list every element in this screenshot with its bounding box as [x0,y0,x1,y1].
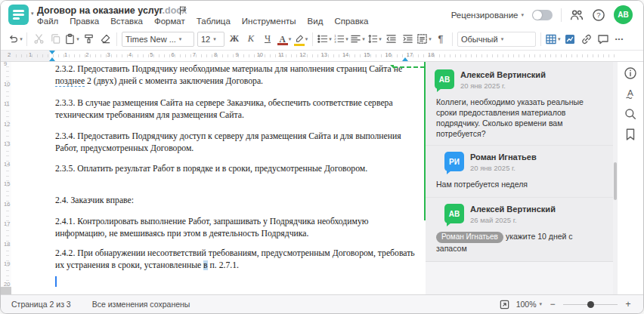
paragraph-style-select[interactable]: Обычный▾ [457,32,536,47]
comment-anchor-line [393,66,425,68]
info-panel-icon[interactable] [624,66,637,80]
document-page[interactable]: 2.3.2. Предоставить Подрядчику необходим… [11,62,424,297]
ruler-label: 15 [4,180,10,187]
paragraph-2-4-2: 2.4.2. При обнаружении несоответствий тр… [55,248,416,271]
insert-link-button[interactable] [579,31,594,48]
toolbar-more-button[interactable] [612,31,627,48]
scrollbar-thumb[interactable] [614,162,617,200]
menu-tools[interactable]: Инструменты [242,17,296,26]
mention-chip[interactable]: Роман Игнатьев [436,232,503,243]
help-icon[interactable]: ? [592,8,605,22]
align-button[interactable]: ▾ [350,31,365,48]
zoom-in-button[interactable]: + [624,299,633,309]
review-toggle[interactable] [532,10,553,20]
chevron-down-icon: ▾ [329,36,332,42]
left-indent-marker[interactable] [49,57,55,61]
italic-button[interactable]: К [243,31,259,48]
clear-formatting-button[interactable] [98,31,113,48]
search-icon[interactable] [624,107,637,121]
comments-panel: АВ Алексей Вертинский 20 янв 2025 г. Кол… [426,62,615,297]
highlight-color-button[interactable]: ▾ [293,31,308,48]
comment-author: Алексей Вертинский [460,69,546,79]
ruler-label: 10 [4,81,10,88]
comment-author: Алексей Вертинский [470,204,556,214]
header-right-controls: Рецензирование▾ ? АВ [451,5,633,24]
page-indicator[interactable]: Страница 2 из 3 [11,300,71,309]
menu-help[interactable]: Справка [334,17,368,26]
bold-button[interactable]: Ж [227,31,242,48]
vertical-ruler[interactable]: 91011121314151617181920 [1,62,11,297]
spellcheck-icon[interactable]: А [624,87,637,100]
menu-file[interactable]: Файл [37,17,58,26]
ruler-label: 11 [4,100,10,107]
comment-reply[interactable]: АВ Алексей Вертинский 26 май 2025 г. Ром… [426,197,615,261]
first-line-indent-marker[interactable] [49,51,55,54]
paragraph-2-4: 2.4. Заказчик вправе: [55,195,416,207]
insert-chart-button[interactable] [562,31,577,48]
ruler-label: 16 [4,201,10,208]
menu-edit[interactable]: Правка [70,17,99,26]
cut-button[interactable] [31,31,46,48]
bookmark-icon[interactable] [624,128,637,141]
chevron-down-icon: ▾ [539,301,542,307]
paragraph-2-3-4: 2.3.4. Предоставить Подрядчику доступ к … [55,131,416,154]
zoom-slider[interactable] [563,300,618,308]
ruler-label: 9 [235,51,238,58]
horizontal-ruler[interactable]: 21123456789101112131415161718 [1,51,644,62]
copy-button[interactable] [48,31,63,48]
comments-scrollbar[interactable] [613,62,618,297]
insert-comment-button[interactable] [596,31,611,48]
numbered-list-button[interactable]: 123 ▾ [333,31,348,48]
comment-reply[interactable]: РИ Роман Игнатьев 20 янв 2025 г. Нам пот… [426,145,615,197]
ruler-label: 6 [172,51,175,58]
underline-button[interactable]: Ч [260,31,275,48]
comment-text: Роман Игнатьевукажите 10 дней с запасом [436,231,604,254]
comment-avatar: АВ [435,69,454,89]
zoom-slider-handle[interactable] [587,301,594,308]
app-logo-icon[interactable] [8,5,29,25]
collaborators-icon[interactable] [570,8,584,22]
menu-format[interactable]: Формат [154,17,185,26]
menu-view[interactable]: Вид [308,17,324,26]
undo-button[interactable]: ▾ [8,31,23,48]
line-spacing-button[interactable]: ▾ [367,31,382,48]
bullet-list-button[interactable]: ▾ [317,31,332,48]
ruler-label: 17 [4,220,10,227]
increase-indent-button[interactable] [400,31,415,48]
tracked-change-word: позднее [55,76,85,87]
ruler-label: 13 [321,51,327,58]
ruler-label: 1 [64,51,67,58]
ruler-label: 3 [107,51,110,58]
comment-anchor-arrow-icon [390,65,394,69]
comment-date: 20 янв 2025 г. [470,164,537,172]
font-color-button[interactable]: А▾ [277,31,292,48]
svg-text:3: 3 [334,40,336,44]
comment-thread-card[interactable]: АВ Алексей Вертинский 20 янв 2025 г. Кол… [426,62,615,262]
ruler-label: 12 [299,51,305,58]
app-menu-caret-icon[interactable]: ▾ [31,11,34,17]
menu-insert[interactable]: Вставка [110,17,143,26]
favorite-flag-icon[interactable] [178,5,188,16]
zoom-level-dropdown[interactable]: 100%▾ [516,300,542,309]
insert-table-button[interactable]: ▾ [545,31,561,48]
show-paragraph-marks-button[interactable] [433,31,448,48]
decrease-indent-button[interactable] [383,31,398,48]
comment-item[interactable]: АВ Алексей Вертинский 20 янв 2025 г. Кол… [426,62,615,145]
ruler-label: 2 [85,51,88,58]
paragraph-spacing-button[interactable]: ▾ [416,31,432,48]
ruler-label: 12 [4,121,10,128]
review-mode-dropdown[interactable]: Рецензирование▾ [451,11,524,20]
paste-button[interactable]: ▾ [64,31,79,48]
format-painter-button[interactable] [81,31,96,48]
font-size-select[interactable]: 12▾ [197,32,224,47]
font-family-select[interactable]: Times New ...▾ [122,32,194,47]
menu-table[interactable]: Таблица [197,17,231,26]
fit-to-width-icon[interactable] [499,299,510,310]
comment-date: 20 янв 2025 г. [460,82,546,90]
ruler-label: 9 [4,60,7,67]
ruler-label: 19 [4,260,10,267]
zoom-out-button[interactable]: − [548,299,557,309]
user-avatar[interactable]: АВ [614,5,633,24]
right-indent-marker[interactable] [402,57,408,61]
comment-avatar: РИ [444,152,464,171]
